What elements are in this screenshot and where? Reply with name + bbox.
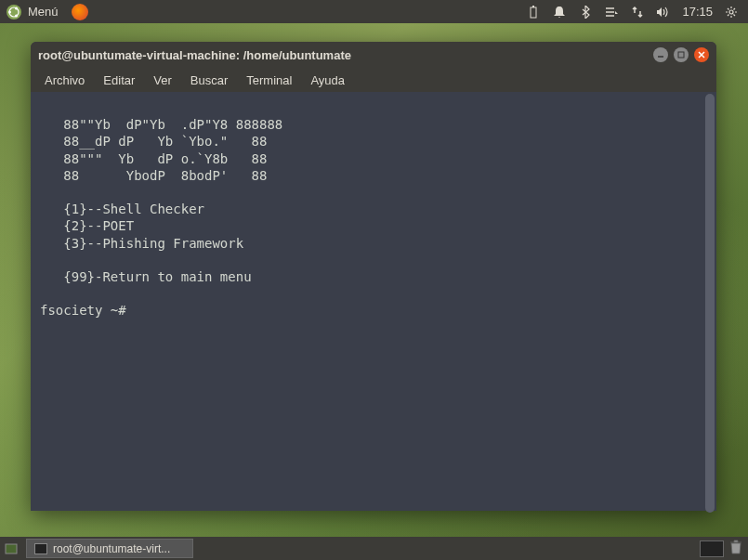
maximize-button[interactable]	[674, 47, 689, 62]
menu-editar[interactable]: Editar	[95, 71, 143, 90]
terminal-app-icon	[34, 543, 47, 554]
minimize-button[interactable]	[653, 47, 668, 62]
terminal-output[interactable]: 88""Yb dP"Yb .dP"Y8 888888 88__dP dP Yb …	[31, 92, 703, 511]
terminal-window: root@ubuntumate-virtual-machine: /home/u…	[31, 42, 716, 511]
clock[interactable]: 17:15	[682, 5, 713, 19]
bottom-panel-right	[700, 540, 748, 558]
workspace-switcher[interactable]	[700, 540, 724, 557]
svg-rect-12	[678, 52, 684, 58]
desktop: root@ubuntumate-virtual-machine: /home/u…	[0, 23, 748, 537]
menu-button[interactable]: Menú	[28, 5, 59, 19]
menu-terminal[interactable]: Terminal	[238, 71, 300, 90]
svg-point-2	[8, 10, 11, 13]
svg-rect-6	[532, 6, 534, 7]
trash-icon[interactable]	[729, 540, 742, 558]
menu-ayuda[interactable]: Ayuda	[302, 71, 353, 90]
taskbar-label: root@ubuntumate-virt...	[53, 542, 170, 555]
firefox-icon[interactable]	[72, 4, 88, 20]
menu-archivo[interactable]: Archivo	[36, 71, 93, 90]
terminal-content[interactable]: 88""Yb dP"Yb .dP"Y8 888888 88__dP dP Yb …	[31, 92, 716, 511]
window-controls	[653, 47, 709, 62]
top-panel-left: Menú	[0, 4, 88, 20]
svg-point-10	[729, 10, 733, 14]
menubar: Archivo Editar Ver Buscar Terminal Ayuda	[31, 68, 716, 92]
menu-ver[interactable]: Ver	[145, 71, 180, 90]
bluetooth-icon[interactable]	[578, 5, 593, 20]
scrollbar-thumb[interactable]	[705, 94, 715, 513]
battery-icon[interactable]	[526, 5, 541, 20]
ubuntu-mate-logo-icon[interactable]	[6, 4, 22, 20]
notification-bell-icon[interactable]	[552, 5, 567, 20]
svg-rect-15	[6, 544, 17, 553]
top-panel: Menú 17:15	[0, 0, 748, 23]
svg-rect-5	[531, 7, 536, 18]
bottom-panel: root@ubuntumate-virt...	[0, 537, 748, 560]
settings-gear-icon[interactable]	[724, 5, 739, 20]
close-button[interactable]	[694, 47, 709, 62]
volume-icon[interactable]	[656, 5, 671, 20]
menu-buscar[interactable]: Buscar	[182, 71, 236, 90]
scrollbar[interactable]	[703, 92, 716, 511]
svg-point-4	[15, 14, 18, 17]
show-desktop-button[interactable]	[0, 537, 22, 560]
network-icon[interactable]	[630, 5, 645, 20]
indicator-menu-icon[interactable]	[604, 5, 619, 20]
window-title: root@ubuntumate-virtual-machine: /home/u…	[38, 48, 653, 62]
titlebar[interactable]: root@ubuntumate-virtual-machine: /home/u…	[31, 42, 716, 68]
taskbar-terminal-item[interactable]: root@ubuntumate-virt...	[26, 539, 193, 558]
svg-point-3	[15, 7, 18, 9]
system-tray: 17:15	[526, 5, 748, 20]
